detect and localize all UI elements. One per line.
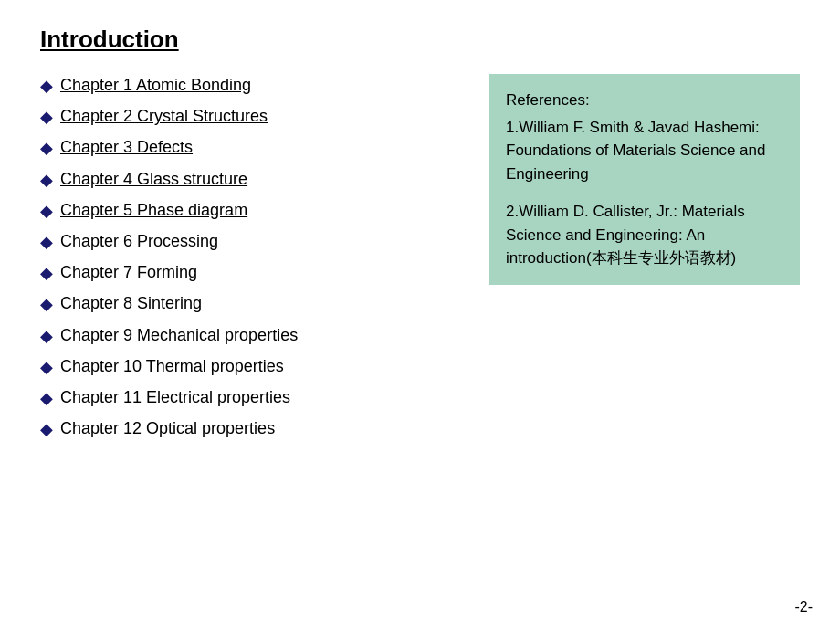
page: Introduction ◆Chapter 1 Atomic Bonding◆C… <box>0 0 840 630</box>
page-number: -2- <box>794 599 813 615</box>
chapter-item: ◆Chapter 11 Electrical properties <box>40 386 471 410</box>
chapter-item: ◆Chapter 6 Processing <box>40 230 471 254</box>
chapter-label: Chapter 12 Optical properties <box>60 417 275 440</box>
chapter-item: ◆Chapter 3 Defects <box>40 136 471 160</box>
chapter-label[interactable]: Chapter 1 Atomic Bonding <box>60 74 251 97</box>
reference-1: 1.William F. Smith & Javad Hashemi: Foun… <box>506 116 783 186</box>
diamond-icon: ◆ <box>40 75 53 98</box>
diamond-icon: ◆ <box>40 418 53 441</box>
diamond-icon: ◆ <box>40 293 53 316</box>
references-box: References: 1.William F. Smith & Javad H… <box>489 74 800 285</box>
content-area: ◆Chapter 1 Atomic Bonding◆Chapter 2 Crys… <box>40 74 800 448</box>
diamond-icon: ◆ <box>40 169 53 192</box>
chapter-item: ◆Chapter 10 Thermal properties <box>40 355 471 379</box>
diamond-icon: ◆ <box>40 387 53 410</box>
chapter-item: ◆Chapter 1 Atomic Bonding <box>40 74 471 98</box>
diamond-icon: ◆ <box>40 200 53 223</box>
chapter-item: ◆Chapter 12 Optical properties <box>40 417 471 441</box>
references-title: References: <box>506 89 783 112</box>
chapter-item: ◆Chapter 5 Phase diagram <box>40 199 471 223</box>
diamond-icon: ◆ <box>40 325 53 348</box>
chapter-label[interactable]: Chapter 4 Glass structure <box>60 168 247 191</box>
chapters-list: ◆Chapter 1 Atomic Bonding◆Chapter 2 Crys… <box>40 74 471 448</box>
chapter-item: ◆Chapter 8 Sintering <box>40 292 471 316</box>
chapter-label: Chapter 8 Sintering <box>60 292 202 315</box>
chapter-item: ◆Chapter 2 Crystal Structures <box>40 105 471 129</box>
chapter-label[interactable]: Chapter 5 Phase diagram <box>60 199 247 222</box>
chapter-label[interactable]: Chapter 2 Crystal Structures <box>60 105 268 128</box>
diamond-icon: ◆ <box>40 356 53 379</box>
diamond-icon: ◆ <box>40 106 53 129</box>
page-title: Introduction <box>40 26 800 54</box>
chapter-label: Chapter 6 Processing <box>60 230 218 253</box>
chapter-label: Chapter 9 Mechanical properties <box>60 324 298 347</box>
chapter-label: Chapter 11 Electrical properties <box>60 386 290 409</box>
chapter-item: ◆Chapter 7 Forming <box>40 261 471 285</box>
diamond-icon: ◆ <box>40 262 53 285</box>
chapter-label: Chapter 10 Thermal properties <box>60 355 284 378</box>
diamond-icon: ◆ <box>40 231 53 254</box>
chapter-label: Chapter 7 Forming <box>60 261 197 284</box>
chapter-item: ◆Chapter 9 Mechanical properties <box>40 324 471 348</box>
chapter-item: ◆Chapter 4 Glass structure <box>40 168 471 192</box>
diamond-icon: ◆ <box>40 137 53 160</box>
reference-2: 2.William D. Callister, Jr.: Materials S… <box>506 200 783 270</box>
chapter-label[interactable]: Chapter 3 Defects <box>60 136 193 159</box>
